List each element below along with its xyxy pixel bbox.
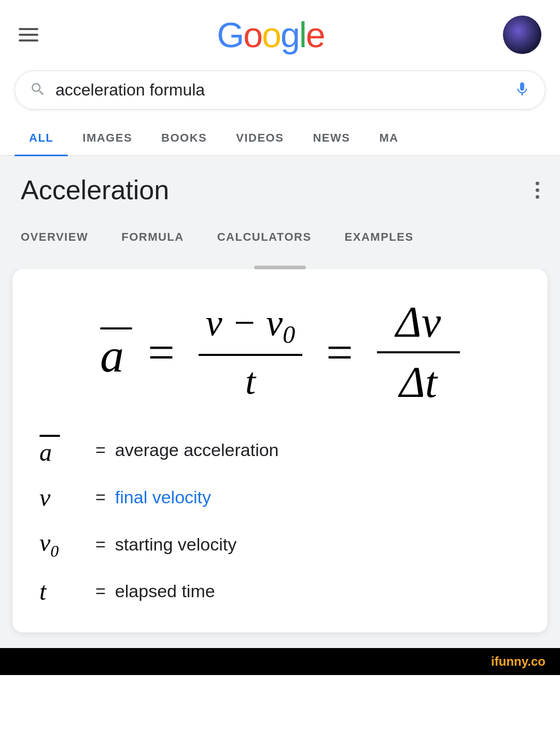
tab-videos[interactable]: VIDEOS bbox=[221, 121, 298, 155]
formula-card: a = v − v0 t = Δv Δt bbox=[12, 269, 548, 632]
more-options-icon[interactable] bbox=[536, 182, 539, 199]
search-icon bbox=[30, 81, 46, 100]
tab-more[interactable]: MA bbox=[365, 121, 413, 155]
var-equals-t: = bbox=[95, 581, 106, 601]
search-bar bbox=[15, 71, 545, 109]
formula-indicator bbox=[0, 254, 560, 269]
avatar[interactable] bbox=[503, 16, 541, 54]
scroll-indicator bbox=[254, 266, 306, 269]
ktab-overview[interactable]: OVERVIEW bbox=[21, 221, 103, 254]
var-desc-v: final velocity bbox=[115, 487, 211, 507]
var-row-a: a = average acceleration bbox=[39, 434, 521, 466]
formula-fraction-1: v − v0 t bbox=[199, 302, 302, 402]
search-input[interactable] bbox=[55, 80, 514, 100]
tab-bar: ALL IMAGES BOOKS VIDEOS NEWS MA bbox=[0, 121, 560, 156]
var-equals-a: = bbox=[95, 440, 106, 460]
tab-images[interactable]: IMAGES bbox=[68, 121, 147, 155]
var-row-v: v = final velocity bbox=[39, 483, 521, 512]
var-equals-v: = bbox=[95, 487, 106, 507]
fraction-numerator-1: v − v0 bbox=[206, 302, 296, 353]
knowledge-panel-header: Acceleration OVERVIEW FORMULA CALCULATOR… bbox=[0, 156, 560, 254]
tab-news[interactable]: NEWS bbox=[298, 121, 365, 155]
var-row-v0: v0 = starting velocity bbox=[39, 528, 521, 561]
tab-all[interactable]: ALL bbox=[15, 121, 68, 155]
search-container bbox=[0, 65, 560, 109]
knowledge-panel-title: Acceleration bbox=[21, 174, 169, 205]
var-symbol-a: a bbox=[39, 434, 86, 466]
formula-equals-1: = bbox=[143, 328, 180, 376]
formula-fraction-2: Δv Δt bbox=[377, 298, 460, 407]
knowledge-title-row: Acceleration bbox=[21, 174, 539, 205]
ktab-examples[interactable]: EXAMPLES bbox=[345, 221, 428, 254]
var-equals-v0: = bbox=[95, 534, 106, 555]
ktab-formula[interactable]: FORMULA bbox=[121, 221, 198, 254]
fraction-numerator-2: Δv bbox=[396, 298, 441, 350]
fraction-denominator-1: t bbox=[245, 357, 256, 402]
var-desc-a: average acceleration bbox=[115, 440, 279, 460]
knowledge-tabs: OVERVIEW FORMULA CALCULATORS EXAMPLES bbox=[21, 221, 539, 254]
formula-display: a = v − v0 t = Δv Δt bbox=[39, 298, 521, 407]
var-desc-t: elapsed time bbox=[115, 581, 215, 601]
var-row-t: t = elapsed time bbox=[39, 577, 521, 606]
hamburger-menu-icon[interactable] bbox=[19, 28, 38, 42]
formula-a-bar: a bbox=[100, 325, 124, 379]
tab-books[interactable]: BOOKS bbox=[147, 121, 221, 155]
mic-icon[interactable] bbox=[514, 81, 530, 100]
header: Google bbox=[0, 0, 560, 65]
ifunny-brand: ifunny.co bbox=[491, 654, 545, 669]
var-symbol-v0: v0 bbox=[39, 528, 86, 561]
fraction-denominator-2: Δt bbox=[400, 354, 438, 406]
fraction-line-1 bbox=[199, 354, 302, 356]
fraction-line-2 bbox=[377, 351, 460, 353]
formula-equals-2: = bbox=[321, 328, 358, 376]
bottom-bar: ifunny.co bbox=[0, 648, 560, 675]
var-desc-v0: starting velocity bbox=[115, 534, 236, 555]
ktab-calculators[interactable]: CALCULATORS bbox=[217, 221, 326, 254]
var-symbol-t: t bbox=[39, 577, 86, 606]
variable-definitions: a = average acceleration v = final veloc… bbox=[39, 434, 521, 606]
var-symbol-v: v bbox=[39, 483, 86, 512]
google-logo: Google bbox=[217, 15, 324, 55]
